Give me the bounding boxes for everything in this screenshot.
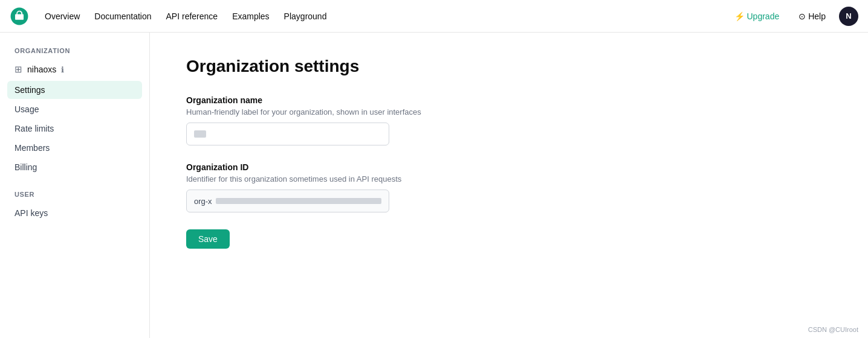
save-button[interactable]: Save [186,229,230,249]
upgrade-button[interactable]: ⚡ Upgrade [728,8,786,25]
org-name-description: Human-friendly label for your organizati… [186,107,832,116]
nav-right: ⚡ Upgrade ⊙ Help N [728,7,859,26]
nav-links: Overview Documentation API reference Exa… [39,8,724,25]
logo[interactable] [10,7,29,26]
org-id-field-group: Organization ID Identifier for this orga… [186,162,832,212]
sidebar-item-settings[interactable]: Settings [7,81,142,99]
org-id-label: Organization ID [186,162,832,172]
top-nav: Overview Documentation API reference Exa… [0,0,868,33]
org-name-label: Organization name [186,95,832,105]
upgrade-label: Upgrade [747,11,780,21]
org-name-blur-placeholder [194,130,206,138]
org-id-prefix: org-x [194,197,212,206]
footer-watermark: CSDN @CUIroot [808,326,858,333]
sidebar-item-members[interactable]: Members [7,139,142,157]
sidebar: ORGANIZATION ⊞ nihaoxs ℹ Settings Usage … [0,33,150,338]
org-name-field-group: Organization name Human-friendly label f… [186,95,832,145]
help-circle-icon: ⊙ [798,11,806,21]
org-row: ⊞ nihaoxs ℹ [7,60,142,78]
org-name-input[interactable] [186,123,389,145]
nav-playground[interactable]: Playground [278,8,333,25]
nav-overview[interactable]: Overview [39,8,86,25]
help-button[interactable]: ⊙ Help [792,8,832,25]
org-id-input: org-x [186,190,389,212]
main-content: Organization settings Organization name … [150,33,868,338]
nav-api-reference[interactable]: API reference [160,8,224,25]
org-id-description: Identifier for this organization sometim… [186,174,832,183]
lightning-icon: ⚡ [734,11,745,21]
avatar[interactable]: N [839,7,858,26]
sidebar-item-billing[interactable]: Billing [7,158,142,176]
building-icon: ⊞ [15,64,22,75]
org-name: nihaoxs [27,65,56,74]
nav-examples[interactable]: Examples [226,8,275,25]
org-id-blur-value [216,198,381,204]
nav-documentation[interactable]: Documentation [88,8,157,25]
sidebar-item-rate-limits[interactable]: Rate limits [7,120,142,138]
sidebar-item-usage[interactable]: Usage [7,100,142,118]
layout: ORGANIZATION ⊞ nihaoxs ℹ Settings Usage … [0,33,868,338]
help-label: Help [808,11,826,21]
page-title: Organization settings [186,57,832,76]
info-icon[interactable]: ℹ [61,65,64,74]
sidebar-item-api-keys[interactable]: API keys [7,204,142,222]
user-section-label: USER [7,188,142,200]
org-section-label: ORGANIZATION [7,45,142,57]
